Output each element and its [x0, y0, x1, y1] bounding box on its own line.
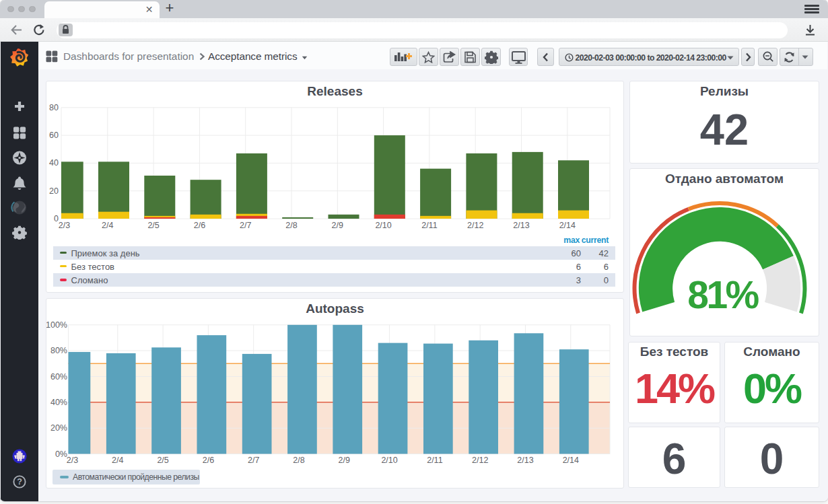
svg-text:2/5: 2/5: [157, 456, 168, 465]
svg-text:20: 20: [49, 186, 59, 196]
svg-text:2/10: 2/10: [375, 221, 391, 230]
svg-text:2/14: 2/14: [563, 456, 579, 465]
svg-text:2/13: 2/13: [513, 221, 529, 230]
svg-text:2/9: 2/9: [339, 456, 350, 465]
svg-text:2/11: 2/11: [427, 456, 442, 465]
svg-text:2/9: 2/9: [332, 221, 343, 230]
svg-text:60%: 60%: [50, 372, 67, 382]
svg-text:80%: 80%: [50, 346, 67, 355]
svg-text:2/14: 2/14: [559, 221, 576, 230]
svg-text:2/12: 2/12: [467, 221, 483, 230]
svg-text:60: 60: [49, 131, 59, 140]
svg-text:40: 40: [49, 158, 59, 168]
svg-text:100%: 100%: [46, 320, 67, 330]
svg-text:81%: 81%: [687, 273, 759, 316]
svg-text:?: ?: [17, 477, 22, 487]
svg-text:80: 80: [49, 103, 59, 112]
svg-text:2/3: 2/3: [59, 221, 70, 230]
svg-text:2/11: 2/11: [421, 221, 437, 230]
svg-text:2/6: 2/6: [194, 221, 205, 230]
svg-text:2/8: 2/8: [293, 456, 304, 465]
svg-text:2/6: 2/6: [203, 456, 214, 465]
svg-text:2/12: 2/12: [472, 456, 488, 465]
svg-text:0%: 0%: [55, 449, 67, 459]
svg-text:2/4: 2/4: [102, 221, 113, 230]
svg-text:20%: 20%: [50, 423, 67, 433]
svg-text:2/13: 2/13: [517, 456, 533, 465]
svg-text:2/7: 2/7: [240, 221, 251, 230]
svg-text:2/4: 2/4: [112, 456, 123, 465]
svg-text:40%: 40%: [50, 398, 67, 407]
svg-text:2/7: 2/7: [248, 456, 259, 465]
svg-text:2/5: 2/5: [147, 221, 159, 230]
svg-text:2/3: 2/3: [67, 456, 78, 465]
svg-text:2/10: 2/10: [381, 456, 397, 465]
svg-text:2/8: 2/8: [285, 221, 297, 230]
